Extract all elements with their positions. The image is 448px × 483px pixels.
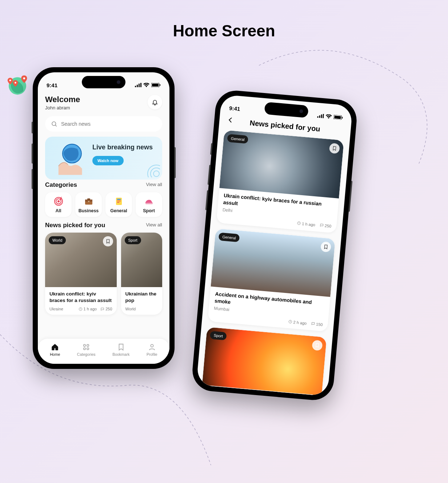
nav-label: Bookmark: [112, 352, 129, 357]
svg-point-2: [15, 82, 16, 84]
newspaper-icon: [114, 197, 124, 206]
card-location: Ukraine: [49, 307, 63, 311]
bottom-nav: Home Categories Bookmark Profile: [38, 339, 169, 364]
picked-view-all-link[interactable]: View all: [146, 222, 162, 228]
svg-rect-7: [140, 83, 141, 87]
clock-icon: [288, 319, 292, 324]
news-list-card[interactable]: General Ukrain conflict: kyiv braces for…: [216, 130, 344, 233]
svg-rect-9: [152, 84, 159, 86]
svg-rect-37: [319, 115, 320, 118]
nav-label: Profile: [147, 352, 157, 357]
news-list-card[interactable]: General Accident on a highway automobile…: [208, 229, 335, 332]
card-title: Ukrainian the pop: [125, 291, 158, 304]
grid-icon: [82, 343, 90, 351]
nav-categories[interactable]: Categories: [77, 343, 96, 357]
comment-icon: [311, 322, 315, 326]
welcome-title: Welcome: [45, 95, 80, 104]
bookmark-button[interactable]: [312, 340, 323, 351]
card-tag: General: [227, 134, 248, 144]
svg-rect-26: [117, 199, 121, 200]
category-sport[interactable]: Sport: [136, 192, 162, 217]
card-location: World: [125, 307, 136, 311]
bookmark-button[interactable]: [320, 241, 331, 252]
wave-icon: [142, 159, 160, 177]
bookmark-icon: [105, 239, 111, 244]
search-field[interactable]: [61, 121, 156, 127]
svg-rect-36: [317, 116, 318, 118]
categories-title: Categories: [45, 181, 162, 189]
nav-label: Home: [50, 352, 60, 357]
card-image: General: [211, 229, 335, 297]
bookmark-icon: [332, 146, 337, 151]
category-label: Business: [79, 208, 99, 213]
svg-rect-29: [145, 203, 153, 204]
nav-home[interactable]: Home: [50, 343, 60, 357]
card-time: 1 h ago: [84, 307, 97, 311]
comment-icon: [100, 307, 104, 311]
picked-title: News picked for you: [45, 222, 162, 229]
svg-rect-38: [321, 114, 322, 118]
news-list-card[interactable]: Sport Fireman in fire fighting and evacu…: [199, 327, 327, 396]
profile-icon: [148, 343, 156, 351]
banner-title: Live breaking news: [92, 143, 155, 152]
nav-bookmark[interactable]: Bookmark: [112, 343, 129, 357]
card-image: General: [219, 130, 344, 198]
svg-rect-23: [87, 198, 90, 200]
status-time: 9:41: [47, 82, 57, 88]
svg-rect-27: [117, 201, 121, 201]
detail-phone-mock: 9:41 News picked for you General Ukrain …: [191, 89, 359, 402]
svg-point-32: [87, 345, 89, 347]
cellular-icon: [135, 83, 141, 87]
svg-point-31: [84, 345, 86, 347]
banner-cta-button[interactable]: Watch now: [92, 156, 124, 165]
cellular-icon: [317, 113, 324, 118]
home-icon: [51, 343, 59, 351]
svg-point-3: [9, 80, 11, 81]
search-input[interactable]: [45, 116, 162, 132]
clock-icon: [297, 221, 301, 225]
svg-rect-4: [135, 86, 136, 87]
card-tag: World: [49, 236, 66, 244]
card-comments: 250: [105, 307, 112, 311]
svg-point-33: [84, 348, 86, 350]
live-news-banner[interactable]: Live breaking news Watch now: [45, 137, 162, 180]
svg-rect-39: [323, 114, 324, 118]
back-button[interactable]: [226, 116, 234, 125]
categories-view-all-link[interactable]: View all: [146, 182, 162, 187]
news-card[interactable]: Sport Ukrainian the pop World: [121, 233, 162, 315]
svg-rect-24: [88, 201, 89, 202]
svg-point-20: [57, 200, 60, 202]
comment-icon: [319, 223, 324, 228]
svg-rect-10: [160, 84, 160, 86]
wifi-icon: [143, 83, 149, 87]
globe-hands-icon: [49, 141, 89, 176]
svg-point-11: [52, 122, 56, 126]
category-business[interactable]: Business: [75, 192, 102, 217]
svg-line-12: [55, 125, 57, 126]
svg-rect-5: [137, 85, 138, 87]
bookmark-icon: [315, 342, 320, 348]
bookmark-button[interactable]: [329, 143, 340, 154]
shoe-icon: [144, 197, 154, 206]
target-icon: [54, 197, 63, 206]
card-comments: 250: [324, 224, 331, 229]
category-all[interactable]: All: [45, 192, 72, 217]
notifications-button[interactable]: [148, 95, 162, 109]
category-general[interactable]: General: [105, 192, 132, 217]
svg-point-35: [151, 345, 153, 347]
clock-icon: [79, 307, 83, 311]
svg-rect-28: [117, 202, 119, 203]
search-icon: [51, 121, 57, 127]
category-label: Sport: [143, 208, 155, 213]
card-image: World: [45, 233, 117, 287]
card-title: Ukrain conflict: kyiv braces for a russi…: [49, 291, 112, 304]
wifi-icon: [325, 114, 332, 119]
card-image: Sport: [202, 327, 327, 395]
bookmark-button[interactable]: [103, 236, 113, 246]
svg-point-1: [23, 77, 25, 80]
chevron-left-icon: [227, 116, 235, 124]
card-tag: Sport: [125, 236, 141, 244]
svg-rect-6: [139, 84, 140, 87]
nav-profile[interactable]: Profile: [147, 343, 157, 357]
news-card[interactable]: World Ukrain conflict: kyiv braces for a…: [45, 233, 117, 315]
